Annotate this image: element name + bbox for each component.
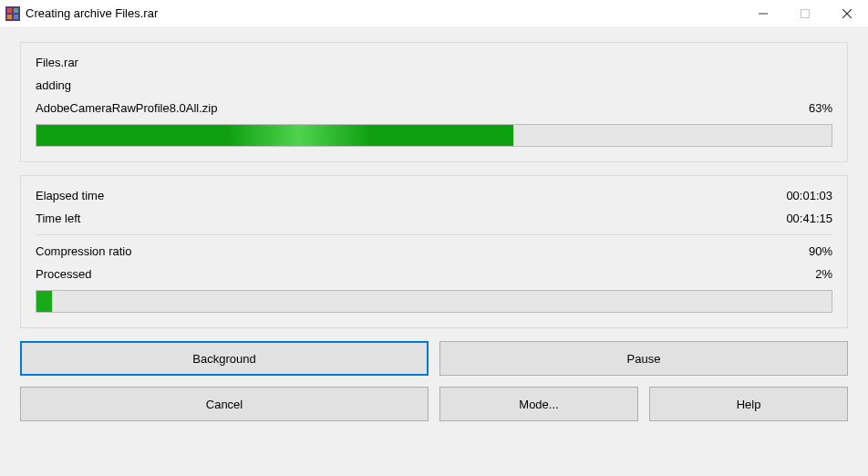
processed-label: Processed (36, 267, 91, 281)
processed-value: 2% (815, 267, 832, 281)
total-progress-fill (36, 291, 52, 312)
mode-button[interactable]: Mode... (439, 387, 638, 421)
file-progress-bar (36, 124, 832, 147)
total-progress-bar (36, 290, 832, 313)
svg-rect-2 (14, 8, 18, 13)
svg-rect-3 (7, 15, 12, 19)
elapsed-time-value: 00:01:03 (786, 189, 832, 202)
titlebar: Creating archive Files.rar (0, 0, 868, 27)
maximize-button[interactable] (784, 0, 826, 27)
stats-panel: Elapsed time 00:01:03 Time left 00:41:15… (20, 175, 848, 328)
button-row-2-right: Mode... Help (439, 387, 848, 421)
pause-button[interactable]: Pause (439, 341, 848, 376)
file-percent: 63% (809, 101, 832, 115)
compression-ratio-label: Compression ratio (36, 244, 132, 258)
background-button[interactable]: Background (20, 341, 429, 376)
time-left-label: Time left (36, 212, 80, 225)
elapsed-time-label: Elapsed time (36, 189, 104, 202)
app-icon (5, 6, 20, 21)
svg-rect-4 (14, 15, 18, 19)
svg-rect-1 (7, 8, 12, 13)
stats-divider (36, 234, 832, 235)
window-title: Creating archive Files.rar (26, 6, 742, 20)
file-progress-fill (36, 125, 513, 146)
svg-rect-6 (801, 9, 810, 17)
time-left-value: 00:41:15 (786, 212, 832, 225)
compression-ratio-value: 90% (809, 244, 832, 258)
close-button[interactable] (826, 0, 868, 27)
archive-name: Files.rar (36, 56, 78, 69)
window-controls (742, 0, 868, 27)
cancel-button[interactable]: Cancel (20, 387, 429, 421)
status-label: adding (36, 78, 71, 92)
minimize-button[interactable] (742, 0, 784, 27)
button-row-1: Background Pause Cancel Mode... Help (20, 341, 848, 421)
current-file-name: AdobeCameraRawProfile8.0All.zip (36, 101, 217, 115)
current-file-panel: Files.rar adding AdobeCameraRawProfile8.… (20, 42, 848, 162)
help-button[interactable]: Help (649, 387, 848, 421)
client-area: Files.rar adding AdobeCameraRawProfile8.… (0, 27, 868, 476)
